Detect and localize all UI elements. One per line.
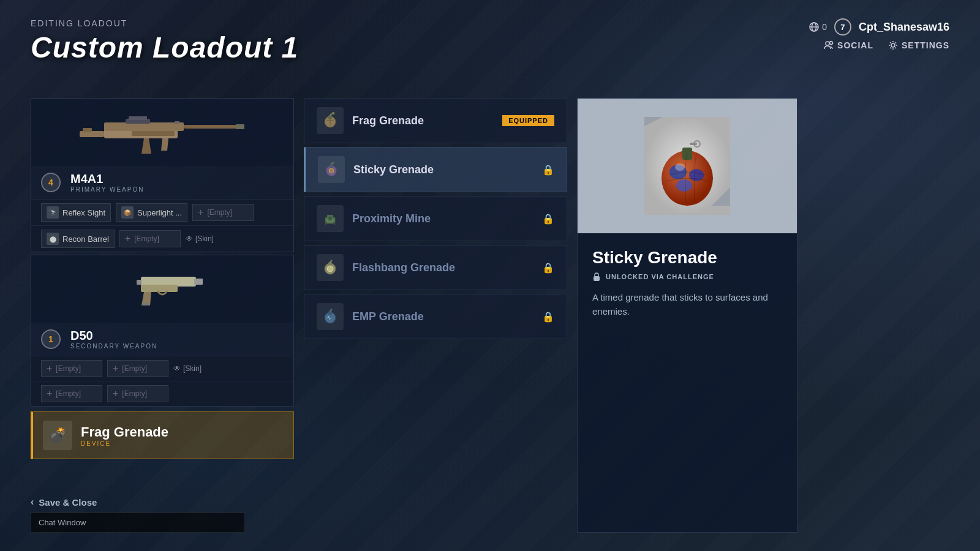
svg-rect-11	[132, 131, 175, 136]
primary-weapon-image	[31, 99, 293, 166]
device-name: Frag Grenade	[81, 424, 168, 440]
primary-weapon-name: M4A1	[70, 172, 144, 186]
primary-weapon-type: PRIMARY WEAPON	[70, 186, 144, 193]
sticky-grenade-icon	[318, 156, 345, 183]
device-header: 💣 Frag Grenade DEVICE	[33, 412, 293, 459]
sec-plus-icon-3: +	[47, 388, 52, 399]
sec-empty-label-4: [Empty]	[122, 389, 147, 398]
proximity-mine-name: Proximity Mine	[352, 212, 533, 225]
save-close-button[interactable]: ‹ Save & Close	[31, 492, 294, 512]
svg-rect-29	[330, 164, 333, 168]
emp-grenade-lock-icon: 🔒	[542, 311, 554, 323]
sec-plus-icon-4: +	[113, 388, 118, 399]
proximity-mine-icon	[317, 205, 344, 232]
svg-point-39	[327, 266, 333, 272]
svg-point-25	[332, 112, 334, 114]
svg-rect-55	[594, 276, 600, 281]
social-nav-item[interactable]: SOCIAL	[824, 40, 873, 50]
item-description: A timed grenade that sticks to surfaces …	[592, 291, 782, 318]
player-level: 7	[834, 18, 851, 36]
empty-slot-1[interactable]: + [Empty]	[192, 204, 254, 221]
recon-barrel-icon: ⬤	[47, 233, 59, 245]
empty-slot-2[interactable]: + [Empty]	[119, 230, 181, 247]
primary-weapon-header: 4 M4A1 PRIMARY WEAPON	[31, 166, 293, 199]
svg-rect-14	[236, 124, 244, 129]
device-info: Frag Grenade DEVICE	[81, 424, 168, 447]
grenade-item-frag[interactable]: Frag Grenade EQUIPPED	[304, 98, 567, 143]
header-nav: SOCIAL SETTINGS	[824, 40, 949, 50]
right-panel: Sticky Grenade UNLOCKED VIA CHALLENGE A …	[577, 98, 797, 533]
svg-rect-19	[194, 279, 203, 285]
primary-weapon-info: M4A1 PRIMARY WEAPON	[70, 172, 144, 193]
reflex-sight-slot[interactable]: 🔭 Reflex Sight	[41, 203, 111, 222]
save-close-label: Save & Close	[39, 497, 97, 508]
skin-label-secondary: [Skin]	[183, 364, 202, 373]
grenade-item-emp[interactable]: EMP Grenade 🔒	[304, 294, 567, 339]
device-type: DEVICE	[81, 440, 168, 447]
chat-window[interactable]: Chat Window	[31, 512, 245, 533]
svg-point-34	[328, 217, 332, 220]
device-icon: 💣	[43, 421, 72, 450]
primary-weapon-card: 4 M4A1 PRIMARY WEAPON 🔭 Reflex Sight 📦 S…	[31, 98, 294, 252]
chat-placeholder: Chat Window	[39, 518, 86, 527]
item-preview-image	[644, 117, 730, 215]
secondary-attachments-row2: + [Empty] + [Empty]	[31, 381, 293, 406]
frag-grenade-icon	[317, 107, 344, 134]
superlight-slot[interactable]: 📦 Superlight ...	[116, 203, 187, 222]
sec-empty-slot-2[interactable]: + [Empty]	[107, 360, 168, 377]
secondary-attachments-row1: + [Empty] + [Empty] 👁 [Skin]	[31, 356, 293, 381]
flashbang-grenade-lock-icon: 🔒	[542, 262, 554, 274]
unlock-label: UNLOCKED VIA CHALLENGE	[606, 273, 714, 280]
svg-rect-6	[80, 131, 104, 137]
eye-icon-primary: 👁	[186, 234, 193, 243]
primary-weapon-number: 4	[41, 173, 61, 192]
item-unlock-row: UNLOCKED VIA CHALLENGE	[592, 272, 782, 281]
editing-label: Editing Loadout	[31, 18, 298, 28]
sec-empty-slot-4[interactable]: + [Empty]	[107, 385, 168, 402]
chevron-left-icon: ‹	[31, 497, 34, 508]
pistol-image	[113, 268, 211, 310]
skin-slot-primary[interactable]: 👁 [Skin]	[186, 234, 214, 243]
grenade-item-flashbang[interactable]: Flashbang Grenade 🔒	[304, 245, 567, 290]
player-name: Cpt_Shanesaw16	[859, 21, 949, 34]
svg-line-31	[331, 162, 334, 164]
svg-rect-13	[129, 116, 147, 120]
grenade-item-proximity[interactable]: Proximity Mine 🔒	[304, 196, 567, 241]
svg-rect-10	[184, 125, 239, 129]
primary-attachments-row1: 🔭 Reflex Sight 📦 Superlight ... + [Empty…	[31, 199, 293, 225]
empty-label-2: [Empty]	[134, 234, 159, 243]
svg-rect-7	[83, 128, 92, 132]
eye-icon-secondary: 👁	[173, 364, 181, 373]
skin-label-primary: [Skin]	[195, 234, 214, 243]
middle-panel: Frag Grenade EQUIPPED Sticky Grenade 🔒	[304, 98, 567, 533]
skin-slot-secondary[interactable]: 👁 [Skin]	[173, 364, 202, 373]
sec-empty-label-2: [Empty]	[122, 364, 147, 373]
secondary-weapon-name: D50	[70, 329, 157, 343]
svg-rect-20	[137, 280, 141, 285]
sec-plus-icon-1: +	[47, 363, 52, 374]
flashbang-grenade-name: Flashbang Grenade	[352, 261, 533, 274]
rifle-image	[77, 108, 248, 157]
recon-barrel-slot[interactable]: ⬤ Recon Barrel	[41, 230, 115, 248]
svg-line-43	[330, 309, 332, 311]
item-detail: Sticky Grenade UNLOCKED VIA CHALLENGE A …	[578, 233, 797, 532]
grenade-item-sticky[interactable]: Sticky Grenade 🔒	[304, 147, 567, 192]
settings-nav-item[interactable]: SETTINGS	[888, 40, 949, 50]
secondary-weapon-card: 1 D50 SECONDARY WEAPON + [Empty] + [Empt…	[31, 255, 294, 407]
svg-point-4	[830, 42, 833, 45]
device-card[interactable]: 💣 Frag Grenade DEVICE	[31, 411, 294, 459]
sticky-grenade-lock-icon: 🔒	[542, 164, 554, 176]
secondary-weapon-type: SECONDARY WEAPON	[70, 343, 157, 350]
sec-empty-slot-1[interactable]: + [Empty]	[41, 360, 102, 377]
equipped-badge: EQUIPPED	[502, 115, 554, 126]
emp-grenade-name: EMP Grenade	[352, 310, 533, 323]
header: Editing Loadout Custom Loadout 1 0 7 Cpt…	[0, 0, 980, 77]
svg-rect-21	[142, 303, 149, 305]
sec-empty-slot-3[interactable]: + [Empty]	[41, 385, 102, 402]
reflex-sight-label: Reflex Sight	[62, 208, 105, 217]
svg-point-5	[891, 43, 895, 47]
sec-empty-label-1: [Empty]	[56, 364, 81, 373]
svg-point-48	[676, 179, 692, 192]
superlight-icon: 📦	[121, 206, 134, 219]
globe-icon: 0	[809, 21, 827, 32]
